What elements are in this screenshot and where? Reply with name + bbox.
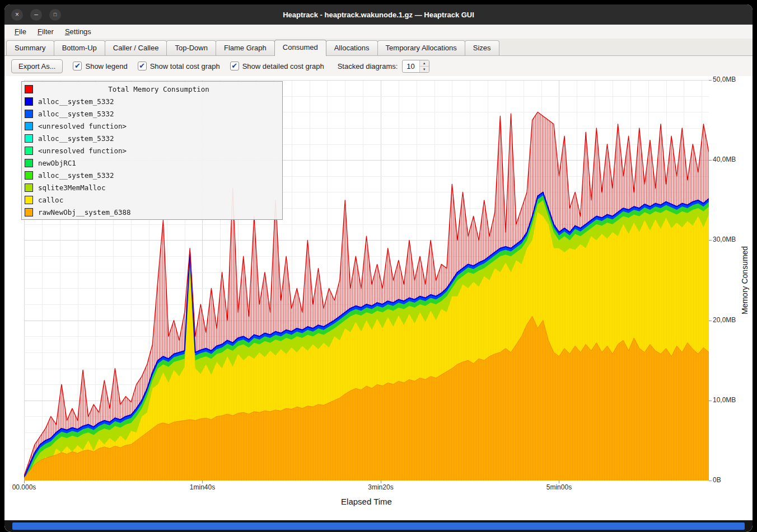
tab-bottom-up[interactable]: Bottom-Up bbox=[54, 40, 105, 55]
tabbar: SummaryBottom-UpCaller / CalleeTop-DownF… bbox=[4, 39, 753, 56]
legend-item-label: sqlite3MemMalloc bbox=[38, 183, 105, 192]
checkbox-show-legend[interactable]: ✔Show legend bbox=[73, 62, 127, 70]
legend-item-label: <unresolved function> bbox=[38, 147, 127, 155]
y-tick-mark bbox=[709, 481, 712, 481]
window-controls: × – □ bbox=[11, 4, 61, 25]
checkbox-label: Show detailed cost graph bbox=[242, 62, 324, 70]
legend-item[interactable]: <unresolved function> bbox=[25, 144, 279, 157]
spinbox-up-button[interactable]: ▲ bbox=[420, 60, 429, 66]
checkbox-box[interactable]: ✔ bbox=[230, 62, 239, 70]
legend-item[interactable]: newObjRC1 bbox=[25, 157, 279, 169]
stacked-diagrams-spinbox[interactable]: 10 ▲ ▼ bbox=[402, 60, 429, 73]
legend-item[interactable]: <unresolved function> bbox=[25, 120, 279, 132]
maximize-button[interactable]: □ bbox=[49, 9, 61, 21]
legend-item[interactable]: sqlite3MemMalloc bbox=[25, 181, 279, 194]
tab-top-down[interactable]: Top-Down bbox=[166, 40, 216, 55]
legend-item[interactable]: alloc__system_5332 bbox=[25, 107, 279, 120]
legend-swatch bbox=[25, 134, 33, 143]
legend-swatch bbox=[25, 122, 33, 130]
legend-item-label: alloc__system_5332 bbox=[38, 97, 114, 106]
y-tick-label: 30,0MB bbox=[713, 236, 736, 243]
tab-summary[interactable]: Summary bbox=[6, 40, 54, 55]
heaptrack-window: × – □ Heaptrack - heaptrack.wakunode.1.g… bbox=[4, 4, 753, 532]
legend-item-label: rawNewObj__system_6388 bbox=[38, 208, 131, 216]
y-tick-mark bbox=[709, 401, 712, 401]
stacked-diagrams-label: Stacked diagrams: bbox=[338, 62, 398, 70]
tab-flame-graph[interactable]: Flame Graph bbox=[216, 40, 275, 55]
x-tick-label: 1min40s bbox=[177, 483, 227, 491]
checkbox-show-total-cost-graph[interactable]: ✔Show total cost graph bbox=[138, 62, 220, 70]
checkbox-label: Show legend bbox=[85, 62, 127, 70]
legend-swatch bbox=[25, 171, 33, 180]
legend-title: Total Memory Consumption bbox=[38, 85, 279, 93]
toolbar-checkboxes: ✔Show legend✔Show total cost graph✔Show … bbox=[73, 62, 324, 70]
x-tick-label: 5min00s bbox=[534, 483, 584, 491]
minimize-button[interactable]: – bbox=[30, 9, 42, 21]
y-tick-label: 50,0MB bbox=[713, 76, 736, 83]
legend-item-label: <unresolved function> bbox=[38, 122, 127, 130]
menu-file[interactable]: File bbox=[9, 26, 32, 37]
legend-swatch bbox=[25, 208, 33, 216]
checkbox-box[interactable]: ✔ bbox=[73, 62, 82, 70]
checkbox-box[interactable]: ✔ bbox=[138, 62, 147, 70]
tab-allocations[interactable]: Allocations bbox=[326, 40, 378, 55]
legend-swatch bbox=[25, 159, 33, 167]
x-tick-label: 00.000s bbox=[4, 483, 49, 491]
y-tick-mark bbox=[709, 321, 712, 321]
legend-item-label: alloc__system_5332 bbox=[38, 134, 114, 143]
y-tick-label: 10,0MB bbox=[713, 396, 736, 404]
checkbox-label: Show total cost graph bbox=[150, 62, 220, 70]
screen: × – □ Heaptrack - heaptrack.wakunode.1.g… bbox=[0, 0, 757, 532]
legend-item-label: newObjRC1 bbox=[38, 159, 76, 167]
y-tick-mark bbox=[709, 80, 712, 81]
legend-swatch bbox=[25, 183, 33, 192]
checkbox-show-detailed-cost-graph[interactable]: ✔Show detailed cost graph bbox=[230, 62, 324, 70]
legend-swatch bbox=[25, 196, 33, 204]
y-tick-mark bbox=[709, 160, 712, 161]
legend-item[interactable]: alloc__system_5332 bbox=[25, 95, 279, 107]
chart-area: Total Memory Consumptionalloc__system_53… bbox=[4, 76, 753, 520]
legend-item[interactable]: alloc__system_5332 bbox=[25, 169, 279, 181]
tab-consumed[interactable]: Consumed bbox=[274, 40, 326, 56]
legend-swatch bbox=[25, 147, 33, 155]
legend-item[interactable]: alloc__system_5332 bbox=[25, 132, 279, 144]
legend-item-label: alloc__system_5332 bbox=[38, 110, 114, 118]
x-tick-label: 3min20s bbox=[356, 483, 406, 491]
tab-caller-callee[interactable]: Caller / Callee bbox=[105, 40, 167, 55]
y-tick-mark bbox=[709, 240, 712, 241]
legend-title-swatch bbox=[25, 85, 33, 93]
spinbox-buttons: ▲ ▼ bbox=[419, 60, 429, 72]
export-as-button[interactable]: Export As... bbox=[11, 59, 63, 73]
chart-legend: Total Memory Consumptionalloc__system_53… bbox=[21, 81, 283, 220]
legend-item[interactable]: calloc bbox=[25, 194, 279, 206]
toolbar: Export As... ✔Show legend✔Show total cos… bbox=[4, 56, 753, 76]
footer bbox=[4, 520, 753, 532]
legend-item-label: calloc bbox=[38, 196, 63, 204]
y-tick-label: 0B bbox=[713, 476, 721, 484]
x-axis-title: Elapsed Time bbox=[24, 497, 709, 506]
legend-swatch bbox=[25, 110, 33, 118]
y-tick-label: 20,0MB bbox=[713, 316, 736, 324]
window-title: Heaptrack - heaptrack.wakunode.1.gz — He… bbox=[283, 11, 474, 19]
close-button[interactable]: × bbox=[11, 9, 23, 21]
spinbox-down-button[interactable]: ▼ bbox=[420, 66, 429, 72]
legend-item[interactable]: rawNewObj__system_6388 bbox=[25, 206, 279, 218]
legend-swatch bbox=[25, 97, 33, 106]
menubar: FileFilterSettings bbox=[4, 25, 753, 39]
tab-sizes[interactable]: Sizes bbox=[465, 40, 499, 55]
legend-item-label: alloc__system_5332 bbox=[38, 171, 114, 180]
menu-filter[interactable]: Filter bbox=[32, 26, 59, 37]
titlebar: × – □ Heaptrack - heaptrack.wakunode.1.g… bbox=[4, 4, 753, 25]
legend-title-row: Total Memory Consumption bbox=[25, 83, 279, 95]
timeline-range-slider[interactable] bbox=[12, 522, 745, 530]
menu-settings[interactable]: Settings bbox=[59, 26, 97, 37]
tab-temporary-allocations[interactable]: Temporary Allocations bbox=[377, 40, 465, 55]
y-axis-title: Memory Consumed bbox=[740, 80, 749, 481]
spinbox-value: 10 bbox=[403, 60, 419, 72]
y-tick-label: 40,0MB bbox=[713, 156, 736, 163]
